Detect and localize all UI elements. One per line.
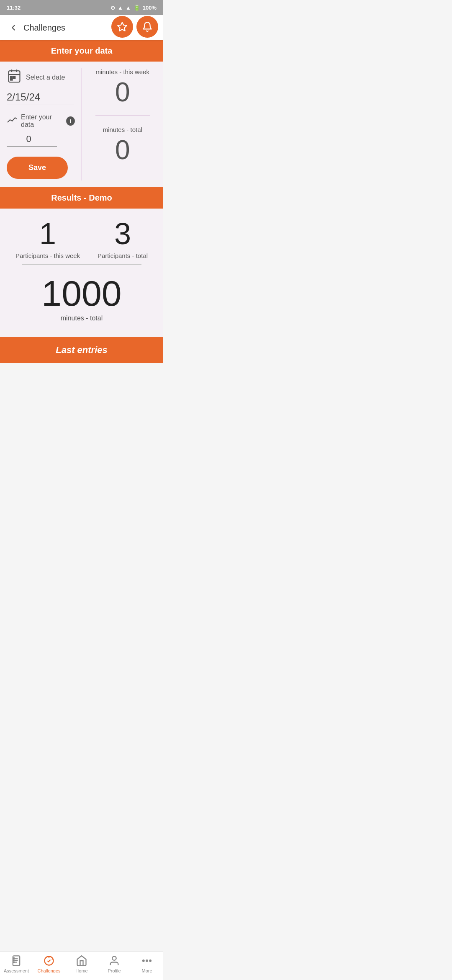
select-date-label: Select a date bbox=[26, 74, 65, 81]
svg-rect-5 bbox=[10, 77, 13, 79]
header-actions bbox=[111, 16, 158, 38]
data-entry-card: Select a date Enter your data i Save min… bbox=[0, 62, 163, 187]
data-value-input[interactable] bbox=[7, 132, 57, 147]
battery-text: 100% bbox=[143, 5, 157, 11]
notification-button[interactable] bbox=[136, 16, 158, 38]
save-button[interactable]: Save bbox=[7, 157, 68, 179]
divider bbox=[22, 264, 141, 265]
participants-this-week: 1 Participants - this week bbox=[15, 219, 80, 259]
enter-data-section-header: Enter your data bbox=[0, 40, 163, 62]
svg-marker-0 bbox=[118, 22, 127, 31]
last-entries-title: Last entries bbox=[56, 345, 108, 355]
wifi-icon: ▲ bbox=[118, 5, 123, 11]
enter-data-title: Enter your data bbox=[51, 46, 113, 55]
participants-total: 3 Participants - total bbox=[98, 219, 148, 259]
chart-icon bbox=[7, 116, 18, 126]
status-bar-right: ⊙ ▲ ▲ 🔋 100% bbox=[110, 5, 157, 11]
status-time: 11:32 bbox=[7, 5, 21, 11]
svg-rect-7 bbox=[10, 79, 13, 80]
date-input[interactable] bbox=[7, 90, 74, 105]
total-minutes-value: 1000 bbox=[7, 275, 157, 311]
data-entry-label: Enter your data bbox=[21, 113, 63, 129]
battery-icon: 🔋 bbox=[134, 5, 140, 11]
back-button[interactable] bbox=[7, 21, 20, 34]
last-entries-header: Last entries bbox=[0, 337, 163, 363]
minutes-total-value: 0 bbox=[115, 137, 130, 163]
data-input-label-row: Enter your data i bbox=[7, 113, 75, 129]
participants-total-label: Participants - total bbox=[98, 252, 148, 259]
date-section: Select a date bbox=[7, 68, 75, 86]
header: Challenges bbox=[0, 15, 163, 40]
badge-button[interactable] bbox=[111, 16, 133, 38]
total-minutes-section: 1000 minutes - total bbox=[7, 270, 157, 327]
results-title: Results - Demo bbox=[51, 193, 112, 202]
results-section: 1 Participants - this week 3 Participant… bbox=[0, 209, 163, 337]
minutes-this-week-label: minutes - this week bbox=[96, 68, 149, 75]
participants-total-value: 3 bbox=[98, 219, 148, 249]
data-entry-right: minutes - this week 0 minutes - total 0 bbox=[82, 68, 157, 181]
info-button[interactable]: i bbox=[66, 116, 74, 126]
calendar-icon bbox=[7, 68, 22, 86]
total-minutes-label: minutes - total bbox=[7, 315, 157, 322]
page-title: Challenges bbox=[23, 23, 65, 33]
sim-icon: ⊙ bbox=[110, 5, 115, 11]
data-entry-left: Select a date Enter your data i Save bbox=[7, 68, 82, 181]
participants-grid: 1 Participants - this week 3 Participant… bbox=[7, 219, 157, 259]
signal-icon: ▲ bbox=[126, 5, 131, 11]
svg-rect-6 bbox=[13, 77, 15, 79]
minutes-this-week-value: 0 bbox=[115, 79, 130, 106]
status-bar: 11:32 ⊙ ▲ ▲ 🔋 100% bbox=[0, 0, 163, 15]
results-section-header: Results - Demo bbox=[0, 187, 163, 209]
participants-this-week-label: Participants - this week bbox=[15, 252, 80, 259]
participants-this-week-value: 1 bbox=[15, 219, 80, 249]
minutes-total-label: minutes - total bbox=[103, 126, 142, 133]
